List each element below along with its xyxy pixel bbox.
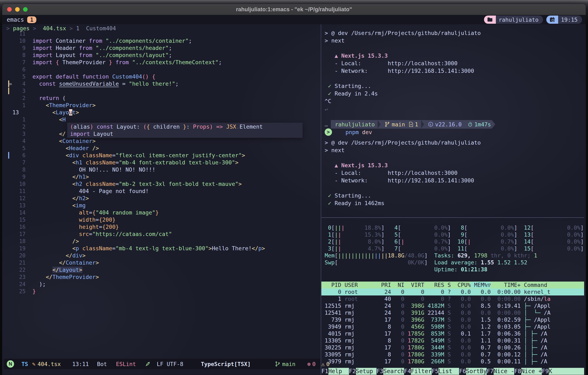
tmux-session-window[interactable]: emacs: [7, 16, 24, 23]
text-segment: 1.7: [471, 331, 491, 337]
htop-process-table[interactable]: PID USER PRI NI VIRT RES S CPU% MEM%▽ TI…: [321, 282, 584, 365]
text-segment: 0: [391, 303, 404, 309]
process-row[interactable]: 12541 rmj 24 0 391G 22144 S 0.0 0.0 0:00…: [321, 309, 584, 316]
text-segment: t: [72, 109, 76, 116]
process-row[interactable]: 0 root 24 0 0 0 ? 0.0 0.0 0:00.00 kernel…: [321, 288, 584, 296]
fkey-action-nice-[interactable]: Nice +: [521, 368, 542, 375]
text-segment: ]: [424, 259, 428, 266]
code-editor[interactable]: 1110import Container from "../components…: [4, 30, 320, 295]
text-segment: 598M: [424, 323, 444, 330]
fkey-action-setup[interactable]: Setup: [356, 368, 377, 375]
text-segment: "../components/container": [106, 38, 189, 44]
error-count[interactable]: ⊗0: [307, 361, 316, 367]
text-segment: 0.0: [471, 296, 491, 302]
text-segment: u: [69, 109, 72, 116]
buffer-name[interactable]: 404.tsx: [38, 361, 61, 367]
text-segment: 0.0%: [567, 238, 580, 245]
process-row[interactable]: 1 root 40 0 0 0 ? 0.0 0.0 0:00.00 /sbin/…: [321, 296, 584, 302]
text-segment: │ ├─: [524, 358, 540, 364]
process-row[interactable]: 30225 rmj 17 0 1780G 344M S 0.0 0.7 0:00…: [321, 344, 584, 351]
text-segment: > @ dev /Users/rmj/Projects/github/rahul…: [325, 139, 481, 146]
text-segment: 0.0%: [501, 224, 514, 231]
code-line: 7import { ThemeProvider } from "../conte…: [4, 59, 320, 66]
pane-divider-horizontal[interactable]: [321, 217, 584, 218]
process-row[interactable]: 13305 rmj 8 0 1782G 549M S 0.0 1.1 0:00.…: [321, 337, 584, 344]
text-segment: </: [46, 274, 52, 280]
text-segment: la: [544, 296, 551, 302]
text-segment: |: [338, 232, 341, 238]
process-row[interactable]: 4015 rmj 17 0 1785G 853M S 0.1 1.7 0:06.…: [321, 330, 584, 337]
text-segment: Hello There!: [212, 245, 252, 252]
fkey-action-nice-[interactable]: Nice -: [494, 368, 514, 375]
text-segment: [467, 245, 501, 252]
process-row[interactable]: 12515 rmj 24 0 398G 4182M S 0.0 8.5 0:19…: [321, 302, 584, 309]
fkey-action-sortby[interactable]: SortBy: [466, 368, 487, 375]
git-branch-indicator[interactable]: main: [275, 361, 295, 367]
text-segment: ]: [514, 245, 517, 252]
process-row[interactable]: 33095 rmj 8 0 1780G 339M S 0.0 0.7 0:00.…: [321, 351, 584, 358]
zoom-button[interactable]: [23, 7, 28, 12]
code-line: 22 </Layout>: [4, 266, 320, 273]
text-segment: [451, 245, 458, 252]
evil-state-indicator: N: [7, 360, 14, 368]
text-segment: [32, 81, 39, 87]
process-row[interactable]: 739 rmj 17 0 396G 737M S 0.0 1.5 0:02.59…: [321, 316, 584, 323]
tmux-window-index-badge[interactable]: 1: [27, 16, 36, 23]
text-segment: ]: [580, 238, 584, 245]
git-branch-icon: [275, 361, 281, 367]
major-mode[interactable]: TypeScript[TSX]: [201, 361, 251, 367]
fkey-action-filter[interactable]: Filter: [411, 368, 431, 375]
prompt-user: rahuljuliato: [335, 121, 375, 128]
text-segment: [341, 238, 368, 245]
text-segment: >: [76, 109, 79, 116]
run-prompt-icon: >: [325, 128, 332, 136]
text-segment: <: [59, 116, 62, 123]
text-segment: [451, 232, 458, 238]
text-segment: 0.0: [451, 303, 471, 309]
prompt-node-version: v22.16.0: [428, 121, 462, 128]
minimize-button[interactable]: [15, 7, 20, 12]
text-segment: ;: [169, 52, 172, 58]
text-segment: Layout: [90, 131, 113, 137]
terminal-pane[interactable]: > @ dev /Users/rmj/Projects/github/rahul…: [321, 24, 584, 375]
text-segment: >: [209, 245, 212, 252]
text-segment: 266M: [424, 358, 444, 364]
terminal-line: > next: [325, 37, 584, 44]
text-segment: </: [52, 267, 59, 273]
line-number: 3: [4, 131, 29, 138]
process-row[interactable]: 3979 rmj 17 0 1780G 266M S 0.0 0.5 0:00.…: [321, 358, 584, 365]
clock-pill[interactable]: 19:15: [546, 16, 582, 24]
fkey-action-list[interactable]: List: [439, 368, 459, 375]
text-segment: 0.0: [451, 296, 471, 302]
text-segment: [32, 274, 46, 280]
text-segment: >: [238, 181, 242, 187]
linter-label[interactable]: ESLint: [116, 361, 136, 367]
text-segment: 01:21:38: [461, 266, 487, 273]
text-segment: /A: [541, 331, 547, 337]
line-number: 9: [4, 44, 29, 52]
text-segment: 14: [524, 238, 531, 245]
text-segment: h2: [79, 195, 86, 201]
text-segment: [32, 95, 39, 101]
line-number: 2: [4, 123, 29, 131]
process-row[interactable]: 3949 rmj 8 0 456G 598M S 0.0 1.2 0:03.05…: [321, 323, 584, 330]
text-segment: );: [39, 281, 46, 287]
text-segment: [: [464, 232, 467, 238]
directory-pill[interactable]: rahuljuliato: [484, 16, 543, 24]
text-segment: (: [70, 123, 73, 130]
emacs-pane[interactable]: > pages > 404.tsx > 1 Custom404 1110impo…: [4, 24, 320, 375]
text-segment: S: [444, 317, 451, 323]
text-segment: 22144: [424, 309, 444, 316]
table-header-row[interactable]: PID USER PRI NI VIRT RES S CPU% MEM%▽ TI…: [321, 282, 584, 288]
fkey-action-search[interactable]: Search: [383, 368, 404, 375]
close-button[interactable]: [7, 7, 12, 12]
meter-line: 0[||| 18.8%] 4[ 0.0%] 8[ 0.0%] 12[ 0.0%]: [325, 224, 584, 231]
text-segment: [32, 195, 72, 201]
pane-divider-vertical[interactable]: [321, 24, 321, 375]
title-bar: rahuljuliato:1:emacs - "ek ~/P/g/rahulju…: [2, 4, 586, 15]
line-number: 9: [4, 173, 29, 181]
fkey-action-k[interactable]: K: [549, 368, 584, 375]
text-segment: 0.0%: [501, 232, 514, 238]
text-segment: > next: [325, 147, 345, 153]
fkey-action-help[interactable]: Help: [328, 368, 349, 375]
